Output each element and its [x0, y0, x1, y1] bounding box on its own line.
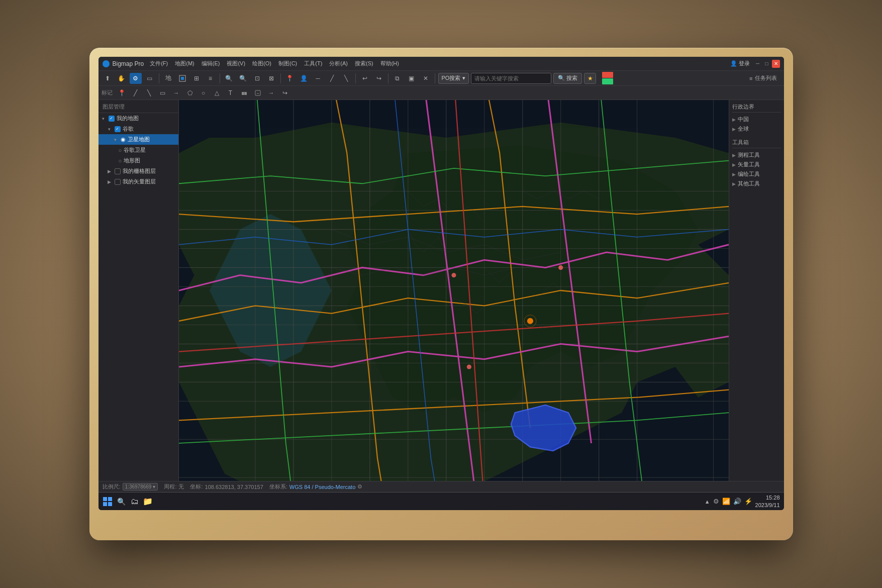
- draw-text-button[interactable]: T: [225, 87, 237, 99]
- svg-rect-4: [255, 90, 260, 95]
- svg-point-38: [558, 265, 563, 270]
- tasklist-button[interactable]: ≡ 任务列表: [745, 74, 780, 82]
- draw-circle-button[interactable]: ○: [198, 87, 210, 99]
- favorite-button[interactable]: ★: [584, 73, 596, 84]
- menu-file[interactable]: 文件(F): [147, 59, 171, 68]
- menu-search[interactable]: 搜索(S): [352, 59, 376, 68]
- menu-tools[interactable]: 工具(T): [301, 59, 325, 68]
- area-button[interactable]: ╱: [326, 73, 338, 84]
- windows-logo-button[interactable]: [103, 497, 113, 507]
- line-button[interactable]: ╲: [340, 73, 352, 84]
- color-swatch-red[interactable]: [602, 72, 613, 78]
- cursor-tool-button[interactable]: ▭: [144, 73, 156, 84]
- expand-icon: ▶: [107, 168, 113, 174]
- rp-item-vector[interactable]: ▶ 矢量工具: [732, 160, 781, 169]
- google-checkbox[interactable]: ✓: [115, 126, 121, 132]
- app-logo-icon: [103, 60, 110, 67]
- zoom-out-button[interactable]: 🔍: [237, 73, 249, 84]
- settings-tool-button[interactable]: ⚙: [130, 73, 142, 84]
- crs-settings-icon[interactable]: ⚙: [357, 483, 362, 490]
- draw-triangle-button[interactable]: △: [211, 87, 223, 99]
- draw-eraser-button[interactable]: [238, 87, 250, 99]
- expand-icon: ▾: [113, 137, 119, 143]
- crs-value[interactable]: WGS 84 / Pseudo-Mercato: [289, 484, 355, 490]
- scale-dropdown[interactable]: 1:36978669 ▾: [123, 483, 158, 491]
- taskbar-search-button[interactable]: 🔍: [117, 497, 127, 507]
- expand-icon: ▶: [732, 172, 736, 177]
- draw-rect-button[interactable]: ▭: [157, 87, 169, 99]
- measure-button[interactable]: ─: [312, 73, 324, 84]
- toolbar-separator-2: [220, 73, 220, 83]
- copy-button[interactable]: ⧉: [391, 73, 404, 84]
- delete-button[interactable]: ✕: [420, 73, 432, 84]
- menu-analysis[interactable]: 分析(A): [326, 59, 351, 68]
- tray-battery-icon[interactable]: ⚡: [744, 498, 752, 505]
- sidebar-item-google-satellite[interactable]: ○ 谷歌卫星: [99, 145, 178, 155]
- zoom-extent-button[interactable]: ⊡: [251, 73, 263, 84]
- vector-checkbox[interactable]: [115, 179, 121, 185]
- tray-volume-icon[interactable]: 🔊: [733, 498, 741, 505]
- sidebar-item-my-maps[interactable]: ▾ ✓ 我的地图: [99, 113, 178, 124]
- sidebar-item-topo[interactable]: ○ 地形图: [99, 155, 178, 166]
- select-all-button[interactable]: ▣: [406, 73, 418, 84]
- redo-button[interactable]: ↪: [373, 73, 385, 84]
- menu-edit[interactable]: 编辑(E): [199, 59, 223, 68]
- draw-line-button[interactable]: ╱: [130, 87, 142, 99]
- maximize-button[interactable]: □: [763, 60, 771, 68]
- zoom-in-button[interactable]: 🔍: [223, 73, 235, 84]
- poi-button[interactable]: 📍: [284, 73, 296, 84]
- user-login-button[interactable]: 👤 登录: [730, 60, 750, 67]
- sidebar-item-satellite-map[interactable]: ▾ ◉ 卫星地图: [99, 134, 178, 145]
- draw-polygon-button[interactable]: ⬠: [184, 87, 196, 99]
- taskbar-system-tray: ▲ ⚙ 📶 🔊 ⚡ 15:28 2023/9/11: [705, 494, 780, 509]
- taskbar-file-manager[interactable]: 🗂: [131, 497, 139, 506]
- menu-cartography[interactable]: 制图(C): [275, 59, 300, 68]
- rp-item-global[interactable]: ▶ 全球: [732, 124, 781, 134]
- sidebar-item-raster-layers[interactable]: ▶ 我的栅格图层: [99, 166, 178, 176]
- rp-item-measure[interactable]: ▶ 测程工具: [732, 150, 781, 160]
- menu-map[interactable]: 地图(M): [172, 59, 198, 68]
- sidebar-item-vector-layers[interactable]: ▶ 我的矢量图层: [99, 176, 178, 187]
- draw-import-button[interactable]: [252, 87, 264, 99]
- satellite-button[interactable]: [176, 73, 188, 84]
- draw-point-button[interactable]: 📍: [116, 87, 128, 99]
- grid-button[interactable]: ⊞: [190, 73, 203, 84]
- hand-tool-button[interactable]: ✋: [116, 73, 128, 84]
- layers-button[interactable]: ≡: [205, 73, 217, 84]
- menu-view[interactable]: 视图(V): [224, 59, 248, 68]
- menu-draw[interactable]: 绘图(O): [249, 59, 274, 68]
- my-maps-checkbox[interactable]: ✓: [109, 116, 115, 122]
- taskbar-clock[interactable]: 15:28 2023/9/11: [755, 494, 780, 509]
- minimize-button[interactable]: ─: [754, 60, 762, 68]
- menu-help[interactable]: 帮助(H): [377, 59, 402, 68]
- select-tool-button[interactable]: ⬆: [102, 73, 114, 84]
- close-button[interactable]: ✕: [772, 60, 780, 68]
- rp-item-china[interactable]: ▶ 中国: [732, 115, 781, 124]
- toolbar-separator-3: [280, 73, 281, 83]
- search-button[interactable]: 🔍 搜索: [553, 73, 582, 84]
- search-input[interactable]: [471, 73, 551, 84]
- map-canvas: [179, 100, 729, 481]
- map-type-button[interactable]: 地: [162, 73, 174, 84]
- po-search-dropdown[interactable]: PO搜索 ▾: [438, 73, 469, 84]
- map-area[interactable]: [179, 100, 729, 481]
- raster-checkbox[interactable]: [115, 168, 121, 174]
- svg-point-35: [527, 318, 533, 324]
- sidebar-item-google[interactable]: ▾ ✓ 谷歌: [99, 124, 178, 134]
- tray-up-icon[interactable]: ▲: [705, 499, 710, 505]
- rp-item-edit[interactable]: ▶ 编绘工具: [732, 169, 781, 179]
- window-controls: ─ □ ✕: [754, 60, 780, 68]
- draw-redo-button[interactable]: ↪: [279, 87, 291, 99]
- taskbar-explorer[interactable]: 📁: [143, 497, 153, 506]
- rp-item-other[interactable]: ▶ 其他工具: [732, 179, 781, 188]
- tray-settings-icon[interactable]: ⚙: [713, 498, 719, 505]
- svg-rect-1: [181, 77, 184, 80]
- tray-wifi-icon[interactable]: 📶: [722, 498, 730, 505]
- undo-button[interactable]: ↩: [359, 73, 371, 84]
- draw-move-button[interactable]: →: [265, 87, 277, 99]
- user-button[interactable]: 👤: [298, 73, 310, 84]
- draw-arrow-button[interactable]: →: [170, 87, 182, 99]
- color-swatch-green[interactable]: [602, 78, 613, 84]
- draw-polyline-button[interactable]: ╲: [143, 87, 155, 99]
- zoom-selection-button[interactable]: ⊠: [265, 73, 277, 84]
